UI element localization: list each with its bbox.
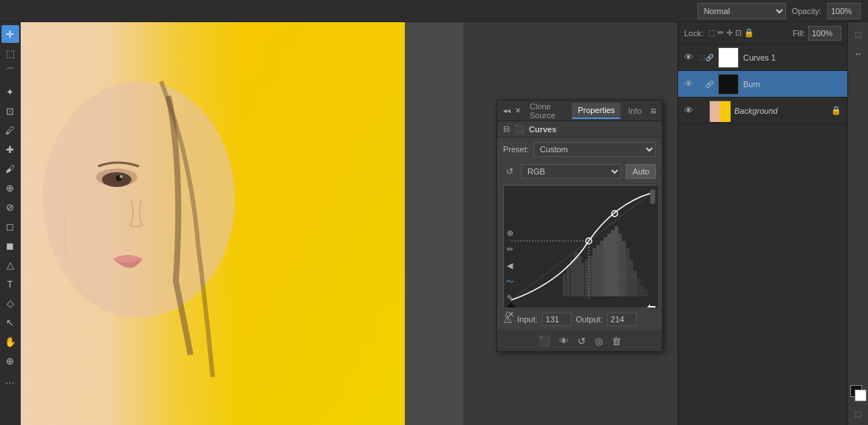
layer-eye-burn[interactable]: 👁	[684, 78, 694, 89]
svg-rect-27	[633, 271, 637, 296]
svg-rect-23	[618, 234, 622, 296]
layer-eye-curves[interactable]: 👁	[684, 52, 694, 63]
scrollbar-thumb[interactable]	[650, 189, 655, 204]
layer-kind-burn: ⬚🔗	[699, 81, 714, 88]
lock-artboard-icon[interactable]: ⊡	[735, 28, 742, 38]
visibility-btn[interactable]: 👁	[559, 336, 569, 347]
layers-btn[interactable]: ⬚	[850, 25, 867, 43]
sample-shadows-tool[interactable]: ◀	[503, 259, 516, 272]
pen-tool[interactable]: ◇	[1, 294, 19, 312]
lock-paint-icon[interactable]: ✏	[717, 28, 724, 38]
opacity-input[interactable]	[827, 3, 861, 19]
svg-point-0	[43, 81, 235, 318]
adjustment-icon: ⊟	[503, 124, 510, 134]
panel-menu-btn[interactable]: ≡	[649, 105, 657, 117]
layer-name-curves: Curves 1	[743, 53, 841, 62]
fg-bg-colors[interactable]	[849, 384, 868, 403]
lock-position-icon[interactable]: ✛	[726, 28, 733, 38]
eyedropper-tool[interactable]: 🖊	[1, 121, 19, 139]
close-btn[interactable]: ✕	[513, 106, 522, 115]
input-value[interactable]	[542, 313, 572, 326]
right-side-toolbar: ⬚ ↔ ⬚	[847, 22, 868, 425]
lock-label: Lock:	[684, 29, 703, 38]
crop-tool[interactable]: ⊡	[1, 102, 19, 120]
blur-tool[interactable]: △	[1, 256, 19, 273]
opacity-label: Opacity:	[792, 7, 821, 16]
panel-scrollbar[interactable]	[650, 186, 655, 306]
main-layout: ✛ ⬚ ⌒ ✦ ⊡ 🖊 ✚ 🖌 ⊕ ⊘ ◻ ◼ △ T ◇ ↖ ✋ ⊕ …	[0, 22, 868, 425]
layer-kind-curves: ⬚🔗	[699, 54, 714, 61]
svg-rect-10	[570, 259, 574, 296]
fill-input[interactable]	[808, 26, 841, 41]
eraser-tool[interactable]: ◻	[1, 217, 19, 235]
svg-rect-13	[581, 263, 584, 296]
heal-tool[interactable]: ✚	[1, 140, 19, 158]
layer-item-curves[interactable]: 👁 ⬚🔗 Curves 1	[678, 44, 847, 71]
dodge-tool[interactable]: T	[1, 275, 19, 293]
clone-tool[interactable]: ⊕	[1, 179, 19, 197]
tab-clone-source[interactable]: Clone Source	[524, 99, 570, 123]
channels-btn[interactable]: ↔	[850, 44, 867, 62]
svg-rect-18	[600, 241, 604, 296]
svg-rect-12	[578, 256, 581, 296]
layers-list: 👁 ⬚🔗 Curves 1 👁 ⬚🔗 Burn 👁	[678, 44, 847, 425]
output-label: Output:	[576, 315, 603, 324]
face-overlay	[21, 22, 242, 425]
svg-rect-22	[615, 226, 618, 296]
adjust-tool[interactable]: /✕	[503, 307, 516, 321]
preset-select[interactable]: Custom	[533, 142, 656, 157]
reset-btn[interactable]: ↺	[578, 336, 586, 347]
more-tools[interactable]: …	[1, 371, 19, 389]
channel-select[interactable]: RGB	[521, 164, 621, 179]
lock-all-icon[interactable]: 🔒	[744, 28, 754, 38]
center-panel: ◂◂ ✕ Clone Source Properties Info ≡ ⊟ ⬛ …	[463, 22, 677, 425]
clip-btn[interactable]: ⬛	[539, 336, 550, 347]
lock-transparency-icon[interactable]: ⬚	[708, 28, 715, 38]
refresh-btn[interactable]: ↺	[503, 165, 516, 178]
curve-tools-left: ⊕ ✏ ◀ 〜 ✎ /✕	[503, 226, 516, 321]
draw-tool[interactable]: ✏	[503, 242, 516, 256]
lasso-tool[interactable]: ⌒	[1, 64, 19, 81]
point-tool[interactable]: ⊕	[503, 226, 516, 239]
zoom-tool[interactable]: ⊕	[1, 352, 19, 370]
tab-properties[interactable]: Properties	[572, 103, 621, 119]
tab-info[interactable]: Info	[622, 103, 647, 118]
left-toolbar: ✛ ⬚ ⌒ ✦ ⊡ 🖊 ✚ 🖌 ⊕ ⊘ ◻ ◼ △ T ◇ ↖ ✋ ⊕ …	[0, 22, 21, 425]
panel-title-bar: ⊟ ⬛ Curves	[497, 121, 662, 137]
curves-graph[interactable]	[503, 185, 656, 307]
brush-tool[interactable]: 🖌	[1, 160, 19, 177]
layer-thumb-burn	[718, 74, 739, 95]
gradient-tool[interactable]: ◼	[1, 237, 19, 254]
delete-btn[interactable]: 🗑	[612, 336, 621, 347]
layer-thumb-background	[709, 101, 730, 121]
layer-item-background[interactable]: 👁 Background 🔒	[678, 98, 847, 124]
output-value[interactable]	[607, 313, 637, 326]
hand-tool[interactable]: ✋	[1, 333, 19, 350]
svg-rect-20	[607, 234, 611, 296]
svg-rect-28	[637, 278, 640, 296]
layer-item-burn[interactable]: 👁 ⬚🔗 Burn	[678, 71, 847, 98]
select-tool[interactable]: ⬚	[1, 44, 19, 62]
preset-label: Preset:	[503, 145, 529, 154]
preset-row: Preset: Custom	[497, 137, 662, 161]
svg-rect-29	[640, 285, 644, 296]
layers-lock-row: Lock: ⬚ ✏ ✛ ⊡ 🔒 Fill:	[678, 22, 847, 44]
history-tool[interactable]: ⊘	[1, 198, 19, 216]
channel-row: ↺ RGB Auto	[497, 161, 662, 182]
collapse-btn[interactable]: ◂◂	[502, 106, 512, 115]
magic-wand-tool[interactable]: ✦	[1, 83, 19, 101]
toggle-visibility-btn[interactable]: ◎	[595, 336, 603, 347]
pencil-tool[interactable]: ✎	[503, 291, 516, 305]
svg-rect-8	[563, 274, 566, 296]
svg-point-4	[120, 175, 123, 178]
layer-name-burn: Burn	[743, 80, 841, 89]
layer-thumb-curves	[718, 47, 739, 68]
auto-button[interactable]: Auto	[626, 164, 656, 179]
curves-line-tool[interactable]: 〜	[503, 275, 516, 288]
layer-eye-background[interactable]: 👁	[684, 105, 694, 116]
quick-mask-btn[interactable]: ⬚	[850, 404, 867, 422]
blend-mode-select[interactable]: Normal	[697, 3, 786, 19]
move-tool[interactable]: ✛	[1, 25, 19, 43]
curves-icon: ⬛	[514, 124, 524, 134]
type-tool[interactable]: ↖	[1, 313, 19, 331]
